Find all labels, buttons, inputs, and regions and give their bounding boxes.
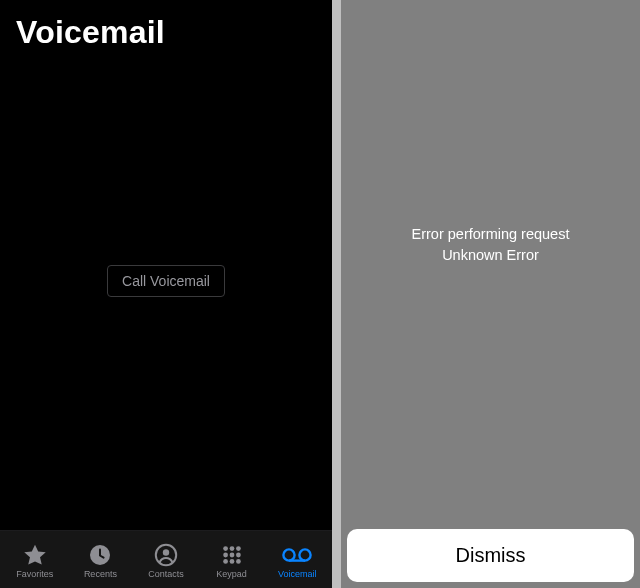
svg-point-11 [236,559,241,564]
svg-point-3 [223,546,228,551]
tab-label: Voicemail [278,570,317,579]
dismiss-container: Dismiss [341,529,640,588]
svg-point-13 [300,549,311,560]
clock-icon [88,542,112,568]
svg-point-2 [163,549,169,555]
tab-label: Keypad [216,570,247,579]
tab-favorites[interactable]: Favorites [4,542,66,579]
svg-point-12 [284,549,295,560]
contact-icon [154,542,178,568]
header: Voicemail [0,0,332,59]
voicemail-icon [281,542,313,568]
error-message: Error performing request Unknown Error [341,0,640,529]
tab-voicemail[interactable]: Voicemail [266,542,328,579]
tab-contacts[interactable]: Contacts [135,542,197,579]
error-line-2: Unknown Error [442,245,539,265]
svg-point-10 [229,559,234,564]
tab-label: Favorites [16,570,53,579]
tab-recents[interactable]: Recents [69,542,131,579]
tab-keypad[interactable]: Keypad [201,542,263,579]
svg-point-4 [229,546,234,551]
star-icon [22,542,48,568]
svg-point-5 [236,546,241,551]
panel-divider [332,0,341,588]
svg-point-6 [223,553,228,558]
svg-point-8 [236,553,241,558]
tab-bar: Favorites Recents Contacts [0,530,332,588]
call-voicemail-button[interactable]: Call Voicemail [107,265,225,297]
dismiss-button[interactable]: Dismiss [347,529,634,582]
svg-point-7 [229,553,234,558]
voicemail-screen: Voicemail Call Voicemail Favorites Recen… [0,0,332,588]
page-title: Voicemail [16,14,316,51]
error-modal-screen: Error performing request Unknown Error D… [341,0,640,588]
tab-label: Contacts [148,570,184,579]
keypad-icon [221,542,243,568]
error-line-1: Error performing request [412,224,570,244]
voicemail-content: Call Voicemail [0,59,332,530]
svg-point-9 [223,559,228,564]
tab-label: Recents [84,570,117,579]
